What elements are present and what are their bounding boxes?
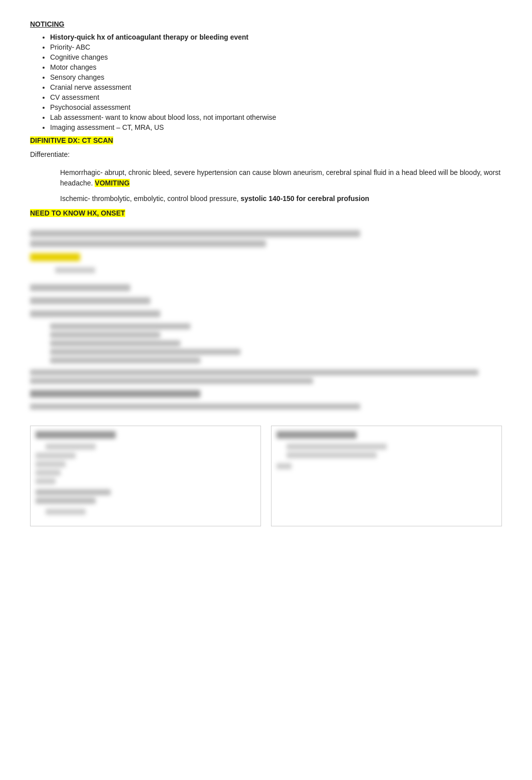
bullet-item-6: Cranial nerve assessment — [50, 83, 502, 91]
bullet-item-1: History-quick hx of anticoagulant therap… — [50, 33, 502, 41]
bullet-item-2: Priority- ABC — [50, 43, 502, 51]
ischemic-bold: systolic 140-150 for cerebral profusion — [240, 194, 369, 203]
blurred-section-1 — [30, 230, 502, 247]
blurred-para-1 — [30, 369, 502, 384]
vomiting-highlight: VOMITING — [95, 179, 129, 187]
two-col-section — [30, 426, 502, 526]
bullet-item-4: Motor changes — [50, 63, 502, 71]
ischemic-paragraph: Ischemic- thrombolytic, embolytic, contr… — [60, 193, 502, 204]
blurred-line-1 — [30, 284, 502, 291]
blurred-para-2 — [30, 404, 502, 410]
blurred-line-2 — [30, 297, 502, 304]
col-left — [30, 426, 261, 526]
dx-label: DIFINITIVE DX: CT SCAN — [30, 136, 113, 144]
blurred-highlight-1 — [30, 253, 502, 261]
page-container: NOTICING History-quick hx of anticoagula… — [30, 20, 502, 526]
bullet-item-7: CV assessment — [50, 93, 502, 101]
need-to-know-label: NEED TO KNOW HX, ONSET — [30, 209, 125, 217]
ischemic-text: Ischemic- thrombolytic, embolytic, contr… — [60, 194, 238, 203]
bullet-item-8: Psychosocial assessment — [50, 103, 502, 111]
hemorrhagic-paragraph: Hemorrhagic- abrupt, chronic bleed, seve… — [60, 167, 502, 188]
blurred-sub-item-1 — [55, 267, 502, 273]
bullet-item-10: Imaging assessment – CT, MRA, US — [50, 123, 502, 131]
bullet-item-1-text: History-quick hx of anticoagulant therap… — [50, 33, 248, 41]
blurred-line-3 — [30, 310, 502, 317]
bullet-item-5: Sensory changes — [50, 73, 502, 81]
blurred-numbered-list — [30, 323, 502, 363]
blurred-heading-1 — [30, 390, 502, 398]
differentiate-label: Differentiate: — [30, 150, 502, 158]
col-right — [271, 426, 502, 526]
bullet-item-9: Lab assessment- want to know about blood… — [50, 113, 502, 121]
noticing-heading: NOTICING — [30, 20, 502, 28]
bullet-item-3: Cognitive changes — [50, 53, 502, 61]
noticing-bullet-list: History-quick hx of anticoagulant therap… — [30, 33, 502, 131]
